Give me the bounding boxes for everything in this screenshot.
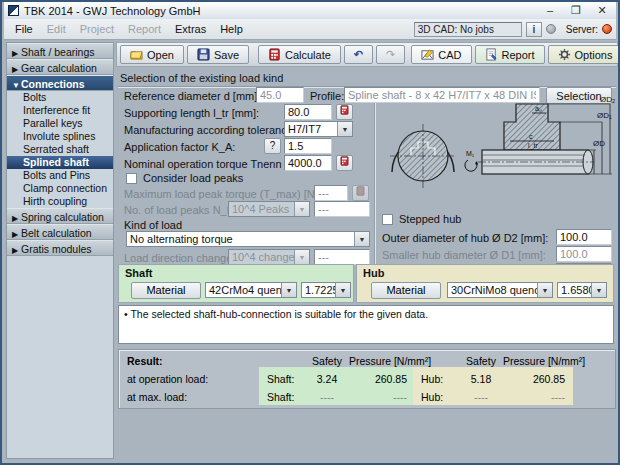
tolerance-field-dropdown[interactable]: H7/IT7▼ — [284, 121, 353, 137]
consider-load-peaks-checkbox[interactable] — [126, 173, 137, 184]
save-disk-icon — [197, 48, 210, 61]
shaft-pressure-max: ---- — [349, 391, 413, 403]
shaft-safety-max: ---- — [305, 391, 349, 403]
max-peak-torque-calc-button — [352, 185, 369, 201]
maximize-button[interactable]: ❐ — [566, 4, 586, 18]
options-button[interactable]: Options — [548, 45, 620, 64]
open-button[interactable]: Open — [120, 45, 184, 64]
result-title: Result: — [119, 355, 259, 367]
supporting-length-label: Supporting length l_tr [mm]: — [124, 107, 259, 119]
cad-button[interactable]: CAD — [411, 45, 471, 64]
hub-pressure-header: Pressure [N/mm²] — [503, 355, 573, 367]
kind-of-load-dropdown[interactable]: No alternating torque▼ — [126, 231, 370, 247]
reference-diameter-field — [256, 87, 304, 103]
cad-status-led — [546, 24, 556, 34]
sidebar-nav: ▶Shaft / bearings ▶Gear calculation ▼Con… — [6, 42, 114, 459]
kind-of-load-label: Kind of load — [124, 219, 182, 231]
sidebar-section-belt-calculation[interactable]: ▶Belt calculation — [7, 224, 113, 240]
undo-button[interactable]: ↶ — [344, 45, 373, 64]
result-max-load-row: at max. load: Shaft: ---- ---- Hub: ----… — [119, 388, 615, 405]
sidebar-item-parallel-keys[interactable]: Parallel keys — [7, 117, 113, 130]
splined-shaft-diagram: ØD ØD₁ ØD₂ a₀ c l_tr M₁ — [378, 94, 616, 212]
consider-load-peaks-label: Consider load peaks — [143, 172, 243, 184]
shaft-safety-operation: 3.24 — [305, 373, 349, 385]
smaller-diameter-label: Smaller hub diameter Ø D1 [mm]: — [382, 249, 546, 261]
hub-safety-operation: 5.18 — [459, 373, 503, 385]
calculate-button[interactable]: Calculate — [258, 45, 341, 64]
load-peaks-unit-dropdown: 10^4 Peaks▼ — [228, 201, 310, 217]
sidebar-item-bolts-and-pins[interactable]: Bolts and Pins — [7, 169, 113, 182]
hub-material-dropdown[interactable]: 30CrNiMo8 quenched an...▼ — [447, 282, 553, 298]
sidebar-item-serrated-shaft[interactable]: Serrated shaft — [7, 143, 113, 156]
menu-extras[interactable]: Extras — [168, 21, 213, 37]
load-direction-unit-dropdown: 10^4 changes▼ — [228, 249, 310, 265]
shaft-pressure-operation: 260.85 — [349, 373, 413, 385]
sidebar-section-gear-calculation[interactable]: ▶Gear calculation — [7, 59, 113, 75]
chevron-right-icon: ▶ — [12, 243, 21, 259]
report-button[interactable]: Report — [475, 45, 545, 64]
nominal-torque-calc-button[interactable] — [336, 155, 353, 171]
sidebar-item-splined-shaft[interactable]: Splined shaft — [7, 156, 113, 169]
shaft-material-panel: Shaft Material 42CrMo4 quenched and t...… — [118, 264, 354, 303]
stepped-hub-checkbox[interactable] — [382, 214, 393, 225]
app-window: TBK 2014 - GWJ Technology GmbH – ❐ ✕ Fil… — [0, 0, 620, 465]
sidebar-section-shaft-bearings[interactable]: ▶Shaft / bearings — [7, 43, 113, 59]
cad-info-button[interactable]: i — [526, 22, 542, 37]
menu-file[interactable]: File — [8, 21, 40, 37]
calculator-icon — [339, 156, 350, 166]
outer-diameter-field[interactable] — [556, 229, 612, 245]
application-factor-help-button[interactable]: ? — [264, 138, 281, 154]
hub-material-number-dropdown[interactable]: 1.6580▼ — [557, 282, 607, 298]
shaft-pressure-header: Pressure [N/mm²] — [349, 355, 413, 367]
sidebar-item-clamp-connection[interactable]: Clamp connection — [7, 182, 113, 195]
sidebar-item-hirth-coupling[interactable]: Hirth coupling — [7, 195, 113, 208]
chevron-down-icon: ▼ — [294, 202, 309, 216]
server-label: Server: — [566, 24, 598, 35]
sidebar-item-bolts[interactable]: Bolts — [7, 91, 113, 104]
sidebar-section-spring-calculation[interactable]: ▶Spring calculation — [7, 208, 113, 224]
calculator-icon — [268, 48, 281, 61]
smaller-diameter-field — [556, 246, 612, 262]
shaft-panel-title: Shaft — [125, 267, 153, 279]
cad-status-field: 3D CAD: No jobs — [414, 22, 522, 37]
chevron-down-icon: ▼ — [537, 283, 552, 297]
sidebar-item-interference-fit[interactable]: Interference fit — [7, 104, 113, 117]
menu-report: Report — [121, 21, 168, 37]
sidebar-section-gratis-modules[interactable]: ▶Gratis modules — [7, 240, 113, 256]
supporting-length-field[interactable] — [284, 104, 332, 120]
section-title: Selection of the existing load kind — [120, 72, 283, 84]
minimize-button[interactable]: – — [540, 4, 560, 18]
dim-c-label: c — [529, 133, 533, 140]
hub-material-button[interactable]: Material — [371, 282, 441, 299]
close-button[interactable]: ✕ — [592, 4, 612, 18]
chevron-down-icon: ▼ — [591, 283, 606, 297]
open-folder-icon — [130, 48, 143, 61]
profile-label: Profile: — [310, 90, 344, 102]
menu-help[interactable]: Help — [213, 21, 250, 37]
save-button[interactable]: Save — [187, 45, 249, 64]
sidebar-item-involute-splines[interactable]: Involute splines — [7, 130, 113, 143]
status-message-box: • The selected shaft-hub-connection is s… — [118, 305, 614, 344]
window-title: TBK 2014 - GWJ Technology GmbH — [24, 5, 200, 17]
application-factor-label: Application factor K_A: — [124, 141, 235, 153]
dim-d-label: ØD — [593, 139, 605, 148]
cad-drawing-icon — [421, 48, 434, 61]
hub-material-panel: Hub Material 30CrNiMo8 quenched an...▼ 1… — [356, 264, 614, 303]
nominal-torque-field[interactable] — [284, 155, 332, 171]
dim-ltr-label: l_tr — [528, 142, 538, 150]
app-icon — [8, 5, 19, 16]
shaft-material-button[interactable]: Material — [131, 282, 201, 299]
hub-pressure-max: ---- — [503, 391, 573, 403]
chevron-down-icon: ▼ — [281, 283, 296, 297]
shaft-material-number-dropdown[interactable]: 1.7225▼ — [301, 282, 351, 298]
supporting-length-calc-button[interactable] — [336, 104, 353, 120]
title-bar: TBK 2014 - GWJ Technology GmbH – ❐ ✕ — [4, 2, 616, 19]
menu-edit: Edit — [40, 21, 73, 37]
dim-d1-label: ØD₁ — [597, 111, 612, 120]
gear-icon — [558, 48, 571, 61]
chevron-down-icon: ▼ — [335, 283, 350, 297]
sidebar-section-connections[interactable]: ▼Connections — [7, 75, 113, 91]
result-panel: Result: Safety Pressure [N/mm²] Safety P… — [118, 349, 616, 409]
shaft-material-dropdown[interactable]: 42CrMo4 quenched and t...▼ — [205, 282, 297, 298]
application-factor-field[interactable] — [284, 138, 332, 154]
